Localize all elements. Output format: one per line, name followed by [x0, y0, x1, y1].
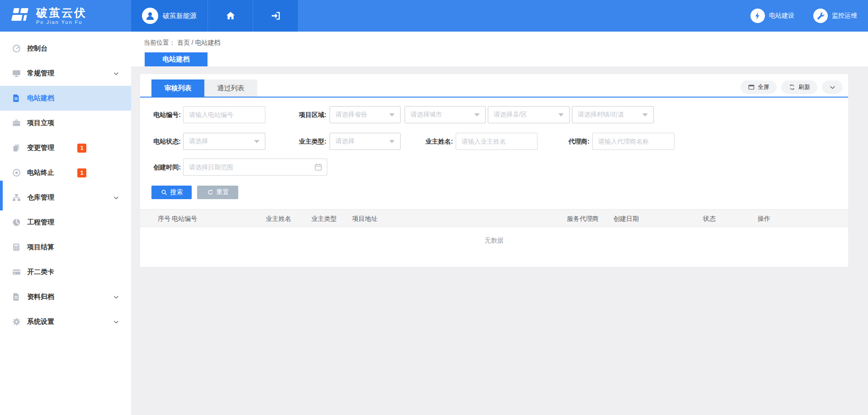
sidebar-item-station-terminate[interactable]: 电站终止 1 — [0, 160, 131, 185]
sidebar-item-warehouse-mgmt[interactable]: 仓库管理 — [0, 185, 131, 210]
column-header: 电站编号 — [172, 210, 197, 228]
sidebar-item-label: 工程管理 — [27, 218, 54, 227]
refresh-button[interactable]: 刷新 — [781, 80, 817, 94]
sidebar-item-project-initiation[interactable]: 项目立项 — [0, 111, 131, 135]
agent-input[interactable] — [592, 133, 675, 150]
owner-name-label: 业主姓名: — [414, 133, 453, 150]
sidebar-item-label: 资料归档 — [27, 293, 54, 301]
notification-badge: 1 — [77, 168, 86, 177]
station-no-input[interactable] — [183, 106, 265, 123]
chevron-down-icon — [829, 84, 836, 91]
brand-logo[interactable]: 破茧云伏 Po Jian Yun Fu — [0, 0, 131, 32]
nav-station-build[interactable]: 电站建设 — [750, 9, 794, 23]
column-header: 创建日期 — [613, 210, 639, 228]
caret-down-icon — [642, 113, 648, 117]
sidebar-item-label: 系统设置 — [27, 317, 54, 326]
owner-name-input[interactable] — [456, 133, 538, 150]
user-name: 破茧新能源 — [163, 12, 197, 20]
briefcase-icon — [11, 118, 21, 128]
town-placeholder: 请选择村镇/街道 — [578, 111, 642, 119]
content-panel: 审核列表 通过列表 全屏 刷新 电站编号: 项目区域: 请选择省份 请选择城市 — [140, 74, 848, 267]
sign-out-button[interactable] — [253, 0, 298, 32]
fullscreen-label: 全屏 — [758, 83, 769, 91]
caret-down-icon — [474, 113, 480, 117]
station-status-select[interactable]: 请选择 — [183, 133, 265, 150]
sidebar-item-open-card[interactable]: 开二类卡 — [0, 260, 131, 284]
search-button[interactable]: 搜索 — [151, 186, 192, 199]
city-select[interactable]: 请选择城市 — [405, 106, 486, 123]
sidebar-item-label: 电站建档 — [27, 94, 54, 103]
sidebar: 控制台 常规管理 电站建档 项目立项 — [0, 32, 131, 415]
date-range-input[interactable] — [183, 159, 327, 176]
sidebar-item-label: 开二类卡 — [27, 268, 54, 276]
refresh-icon — [788, 84, 796, 91]
province-select[interactable]: 请选择省份 — [330, 106, 401, 123]
lightning-icon — [750, 9, 765, 23]
breadcrumb-prefix: 当前位置： — [144, 39, 175, 46]
nav-monitor-ops-label: 监控运维 — [832, 12, 857, 20]
town-select[interactable]: 请选择村镇/街道 — [572, 106, 654, 123]
sidebar-item-label: 仓库管理 — [27, 193, 54, 202]
column-header: 服务代理商 — [567, 210, 599, 228]
archive-document-icon — [11, 292, 21, 302]
caret-down-icon — [389, 140, 395, 143]
brand-subtitle: Po Jian Yun Fu — [36, 19, 87, 25]
reset-button[interactable]: 重置 — [197, 186, 238, 199]
brand-logo-icon — [10, 6, 31, 26]
caret-down-icon — [254, 140, 259, 143]
column-header: 操作 — [758, 210, 770, 228]
created-time-label: 创建时间: — [145, 159, 181, 176]
breadcrumb-current: 电站建档 — [195, 39, 221, 46]
chevron-down-icon — [113, 70, 119, 77]
tab-approved-list[interactable]: 通过列表 — [204, 79, 257, 97]
sidebar-item-station-archive[interactable]: 电站建档 — [0, 86, 131, 111]
station-no-label: 电站编号: — [145, 106, 181, 123]
chevron-down-icon — [113, 195, 119, 201]
user-menu[interactable]: 破茧新能源 — [131, 0, 208, 32]
search-icon — [160, 189, 168, 196]
top-navbar: 破茧云伏 Po Jian Yun Fu 破茧新能源 — [0, 0, 868, 32]
breadcrumb-separator: / — [190, 39, 195, 46]
sidebar-item-change-mgmt[interactable]: 变更管理 1 — [0, 135, 131, 160]
page-tab-station-archive[interactable]: 电站建档 — [145, 52, 208, 66]
county-placeholder: 请选择县/区 — [494, 111, 558, 119]
fullscreen-button[interactable]: 全屏 — [741, 80, 777, 94]
province-placeholder: 请选择省份 — [335, 111, 389, 119]
tab-underline — [140, 97, 848, 98]
county-select[interactable]: 请选择县/区 — [488, 106, 570, 123]
pages-icon — [11, 143, 21, 153]
table-header: 序号 电站编号 业主姓名 业主类型 项目地址 服务代理商 创建日期 状态 操作 — [140, 209, 848, 227]
breadcrumb: 当前位置： 首页 / 电站建档 — [144, 39, 221, 47]
collapse-button[interactable] — [822, 80, 843, 94]
breadcrumb-home-link[interactable]: 首页 — [177, 39, 190, 46]
chevron-down-icon — [113, 319, 119, 325]
sidebar-item-general-mgmt[interactable]: 常规管理 — [0, 61, 131, 86]
credit-card-icon — [11, 267, 21, 277]
wrench-icon — [813, 9, 828, 23]
empty-state-text: 无数据 — [140, 237, 848, 245]
breadcrumb-bar: 当前位置： 首页 / 电站建档 电站建档 — [131, 32, 868, 66]
caret-down-icon — [558, 113, 564, 117]
owner-type-label: 业主类型: — [285, 133, 326, 150]
home-button[interactable] — [208, 0, 253, 32]
nav-station-build-label: 电站建设 — [769, 12, 794, 20]
sidebar-item-label: 常规管理 — [27, 69, 54, 78]
tab-review-list[interactable]: 审核列表 — [151, 79, 204, 97]
sidebar-item-data-archive[interactable]: 资料归档 — [0, 284, 131, 309]
gear-icon — [11, 317, 21, 327]
sidebar-scrollbar-thumb[interactable] — [0, 181, 3, 210]
sign-out-icon — [270, 10, 281, 21]
sidebar-item-engineering-mgmt[interactable]: 工程管理 — [0, 210, 131, 235]
document-icon — [11, 93, 21, 103]
sidebar-item-system-settings[interactable]: 系统设置 — [0, 309, 131, 334]
fullscreen-icon — [748, 84, 755, 91]
owner-type-select[interactable]: 请选择 — [330, 133, 401, 150]
nav-monitor-ops[interactable]: 监控运维 — [813, 9, 857, 23]
brand-name: 破茧云伏 — [36, 7, 87, 19]
reset-icon — [207, 189, 214, 196]
gauge-icon — [11, 218, 21, 228]
column-header: 业主类型 — [311, 210, 337, 228]
sidebar-item-project-settlement[interactable]: 项目结算 — [0, 235, 131, 260]
sidebar-item-console[interactable]: 控制台 — [0, 36, 131, 61]
sidebar-item-label: 项目立项 — [27, 119, 54, 127]
